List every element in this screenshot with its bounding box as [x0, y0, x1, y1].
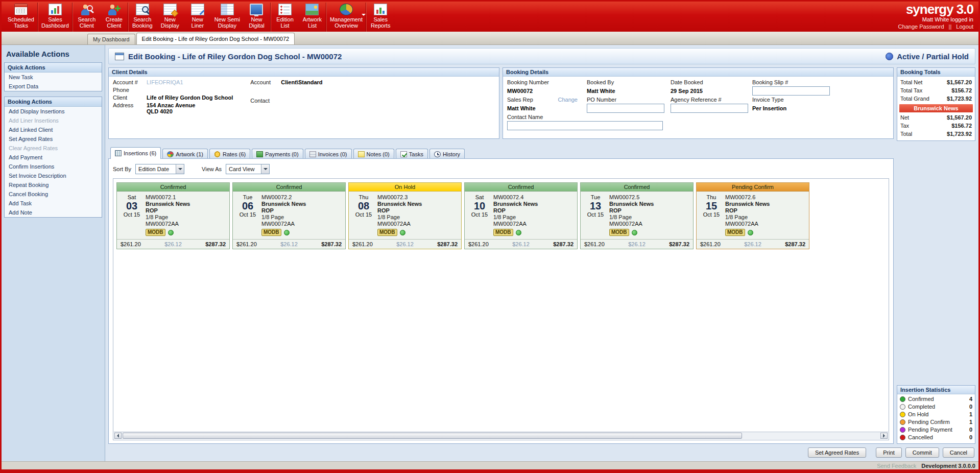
toolbar-button[interactable]: New Digital — [243, 3, 271, 32]
tab[interactable]: Rates (6) — [209, 149, 250, 159]
horizontal-scrollbar[interactable] — [114, 432, 888, 439]
tab[interactable]: Invoices (0) — [305, 149, 352, 159]
toolbar-button-icon — [340, 4, 353, 15]
agency-reference-input[interactable] — [671, 104, 748, 113]
chevron-down-icon[interactable] — [176, 164, 184, 174]
sidebar-action-item[interactable]: New Task — [5, 73, 102, 82]
toolbar-button[interactable]: Sales Dashboard — [38, 3, 73, 32]
toolbar-button[interactable]: Management Overview — [327, 3, 366, 32]
sidebar-action-item[interactable]: Add Payment — [5, 153, 102, 162]
sidebar-section-quick-actions: Quick Actions New Task Export Data — [4, 62, 102, 91]
account-number-link[interactable]: LIFEOFRIQA1 — [147, 79, 250, 86]
dropdown-arrow-icon[interactable] — [362, 14, 366, 18]
toolbar-button[interactable]: Search Booking — [129, 3, 156, 32]
sidebar-action-item[interactable]: Clear Agreed Rates — [5, 144, 102, 153]
cancel-button[interactable]: Cancel — [943, 447, 974, 458]
insertion-date: Tue 06 Oct 15 — [235, 194, 260, 236]
placement-type: ROP — [261, 207, 343, 214]
toolbar-button[interactable]: New Liner — [184, 3, 211, 32]
status-bar: Send Feedback Development 3.0.0.0 — [2, 461, 978, 469]
insertion-card[interactable]: Confirmed Tue 06 Oct 15 — [232, 182, 346, 249]
scrollbar-thumb[interactable] — [123, 433, 742, 439]
ad-size: 1/8 Page — [146, 214, 227, 221]
tab-icon — [256, 151, 263, 157]
sidebar-action-item[interactable]: Export Data — [5, 82, 102, 91]
day-of-week: Thu — [699, 194, 724, 200]
sidebar-action-item[interactable]: Confirm Insertions — [5, 162, 102, 171]
scroll-left-button[interactable] — [114, 433, 122, 439]
toolbar-button[interactable]: New Semi Display — [211, 3, 243, 32]
tax-amount: $26.12 — [744, 241, 761, 247]
edition-status-dot-icon — [748, 230, 753, 235]
toolbar-button[interactable]: Search Client — [73, 3, 101, 32]
change-sales-rep-link[interactable]: Change — [558, 97, 578, 103]
booking-details-panel: Booking Details Booking Number Booked By… — [503, 67, 894, 139]
statistic-label: Pending Payment — [908, 427, 967, 433]
client-details-panel: Client Details Account # LIFEOFRIQA1 Pho… — [108, 67, 499, 139]
sort-by-select[interactable]: Edition Date — [135, 164, 184, 174]
sort-controls: Sort By Edition Date View As Card View — [113, 163, 889, 175]
tab[interactable]: Artwork (1) — [162, 149, 208, 159]
insertion-reference: MW00072.6 — [725, 194, 807, 201]
sidebar-action-item[interactable]: Add Task — [5, 199, 102, 208]
send-feedback-link[interactable]: Send Feedback — [877, 463, 916, 469]
sidebar-action-item[interactable]: Add Display Insertions — [5, 107, 102, 116]
contact-name-input[interactable] — [507, 121, 663, 130]
toolbar-button[interactable]: Edition List — [271, 3, 299, 32]
change-password-link[interactable]: Change Password — [898, 23, 944, 30]
window-tab[interactable]: My Dashboard — [87, 34, 135, 44]
toolbar-button[interactable]: Sales Reports — [367, 3, 394, 32]
sidebar-action-item[interactable]: Add Note — [5, 208, 102, 217]
publication-name: Brunswick News — [377, 201, 459, 207]
set-agreed-rates-button[interactable]: Set Agreed Rates — [808, 447, 866, 458]
tab[interactable]: Tasks — [396, 149, 428, 159]
insertion-card[interactable]: Confirmed Tue 13 Oct 15 — [580, 182, 694, 249]
page-title: Edit Booking - Life of Riley Gordon Dog … — [128, 52, 342, 61]
tab[interactable]: History — [429, 149, 465, 159]
sidebar-action-item[interactable]: Cancel Booking — [5, 190, 102, 199]
print-button[interactable]: Print — [876, 447, 902, 458]
scroll-right-button[interactable] — [880, 433, 888, 439]
material-code: MW00072AA — [261, 221, 343, 227]
status-color-icon — [900, 396, 905, 402]
toolbar-button-icon — [14, 4, 28, 15]
commit-button[interactable]: Commit — [905, 447, 939, 458]
tab[interactable]: Payments (0) — [252, 149, 303, 159]
toolbar-button-label-line1: Sales — [48, 16, 62, 22]
sidebar-action-item[interactable]: Repeat Booking — [5, 180, 102, 190]
toolbar-button[interactable]: Artwork List — [299, 3, 326, 32]
booking-slip-input[interactable] — [752, 86, 830, 96]
insertion-card[interactable]: Confirmed Sat 03 Oct 15 — [116, 182, 230, 249]
window-tab[interactable]: Edit Booking - Life of Riley Gordon Dog … — [136, 33, 295, 44]
toolbar-button[interactable]: New Display — [156, 3, 184, 32]
tab[interactable]: Insertions (6) — [110, 147, 161, 159]
statistic-label: Pending Confirm — [908, 419, 967, 425]
day-of-week: Tue — [583, 194, 608, 200]
ad-size: 1/8 Page — [609, 214, 691, 221]
toolbar-button[interactable]: Create Client — [101, 3, 128, 32]
toolbar-button-label-line2: Reports — [371, 22, 391, 29]
toolbar-button[interactable]: Scheduled Tasks — [5, 3, 38, 32]
insertion-card[interactable]: On Hold Thu 08 Oct 15 — [348, 182, 462, 249]
insertion-status-header: Confirmed — [233, 183, 345, 192]
toolbar-button-icon — [107, 4, 121, 15]
tax-amount: $26.12 — [280, 241, 298, 247]
view-as-select[interactable]: Card View — [226, 164, 270, 174]
invoice-type-value: Per Insertion — [752, 105, 889, 112]
sidebar-action-item[interactable]: Set Invoice Description — [5, 171, 102, 180]
address-value: 154 Anzac Avenue QLD 4020 — [147, 102, 250, 114]
day-of-week: Tue — [235, 194, 260, 200]
tab[interactable]: Notes (0) — [353, 149, 394, 159]
insertion-status-header: On Hold — [349, 183, 461, 192]
sidebar-action-item[interactable]: Set Agreed Rates — [5, 134, 102, 144]
insertion-card[interactable]: Confirmed Sat 10 Oct 15 — [464, 182, 578, 249]
insertion-card[interactable]: Pending Confirm Thu 15 Oct 15 — [696, 182, 809, 249]
material-code: MW00072AA — [146, 221, 227, 227]
statistic-value: 0 — [969, 404, 972, 410]
sidebar-action-item[interactable]: Add Linked Client — [5, 125, 102, 134]
po-number-input[interactable] — [587, 104, 664, 113]
logout-link[interactable]: Logout — [956, 23, 973, 30]
sidebar-action-item[interactable]: Add Liner Insertions — [5, 116, 102, 125]
chevron-down-icon[interactable] — [261, 164, 269, 174]
day-number: 13 — [583, 200, 608, 211]
